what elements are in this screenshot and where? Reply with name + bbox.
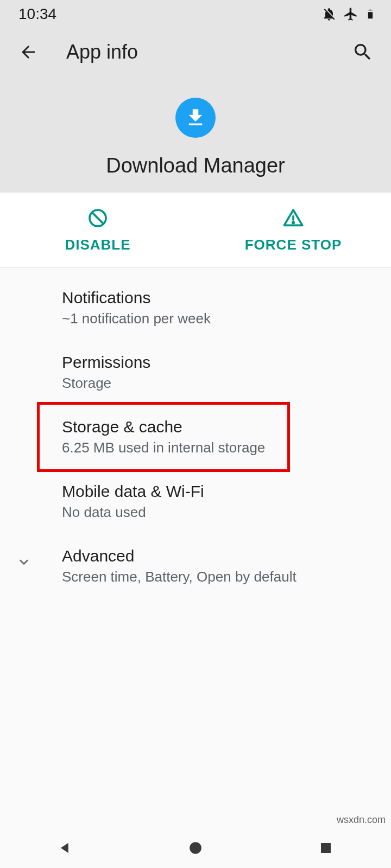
storage-item[interactable]: Storage & cache 6.25 MB used in internal… <box>0 405 391 469</box>
chevron-down-icon <box>11 549 37 575</box>
notifications-title: Notifications <box>62 289 375 307</box>
disable-label: DISABLE <box>65 237 130 253</box>
notification-off-icon <box>321 7 337 22</box>
app-icon <box>175 98 216 138</box>
nav-home-button[interactable] <box>163 835 228 861</box>
advanced-title: Advanced <box>62 547 375 565</box>
svg-point-4 <box>293 222 294 224</box>
notifications-item[interactable]: Notifications ~1 notification per week <box>0 276 391 340</box>
force-stop-button[interactable]: FORCE STOP <box>195 193 391 267</box>
permissions-title: Permissions <box>62 353 375 372</box>
svg-point-5 <box>190 842 201 854</box>
data-item[interactable]: Mobile data & Wi-Fi No data used <box>0 469 391 534</box>
header-section: App info Download Manager <box>0 28 391 193</box>
navigation-bar <box>0 828 391 868</box>
nav-recent-button[interactable] <box>293 835 358 861</box>
status-bar: 10:34 <box>0 0 391 28</box>
disable-button[interactable]: DISABLE <box>0 193 195 267</box>
app-name: Download Manager <box>106 154 285 177</box>
advanced-item[interactable]: Advanced Screen time, Battery, Open by d… <box>0 534 391 598</box>
arrow-back-icon <box>18 42 38 62</box>
highlight-box <box>37 402 290 472</box>
search-button[interactable] <box>350 39 376 65</box>
svg-rect-0 <box>368 10 373 12</box>
triangle-back-icon <box>58 840 73 856</box>
warning-icon <box>282 207 304 229</box>
notifications-subtitle: ~1 notification per week <box>62 310 375 327</box>
square-recent-icon <box>319 841 332 854</box>
back-button[interactable] <box>15 39 41 65</box>
data-subtitle: No data used <box>62 504 375 521</box>
status-icons <box>321 7 376 22</box>
app-bar: App info <box>0 28 391 76</box>
storage-title: Storage & cache <box>62 418 375 436</box>
status-time: 10:34 <box>18 5 56 23</box>
battery-icon <box>365 7 376 22</box>
svg-rect-6 <box>321 843 331 853</box>
permissions-item[interactable]: Permissions Storage <box>0 340 391 405</box>
settings-list: Notifications ~1 notification per week P… <box>0 268 391 598</box>
advanced-subtitle: Screen time, Battery, Open by default <box>62 569 375 585</box>
permissions-subtitle: Storage <box>62 375 375 392</box>
search-icon <box>352 41 374 63</box>
airplane-mode-icon <box>343 7 358 22</box>
app-header: Download Manager <box>0 76 391 183</box>
svg-line-2 <box>92 212 104 224</box>
disable-icon <box>87 207 109 229</box>
storage-subtitle: 6.25 MB used in internal storage <box>62 439 375 456</box>
watermark: wsxdn.com <box>337 814 386 826</box>
download-icon <box>184 106 207 129</box>
circle-home-icon <box>188 841 203 855</box>
nav-back-button[interactable] <box>33 835 98 861</box>
force-stop-label: FORCE STOP <box>245 237 342 253</box>
data-title: Mobile data & Wi-Fi <box>62 482 375 501</box>
action-row: DISABLE FORCE STOP <box>0 193 391 268</box>
page-title: App info <box>66 41 350 63</box>
